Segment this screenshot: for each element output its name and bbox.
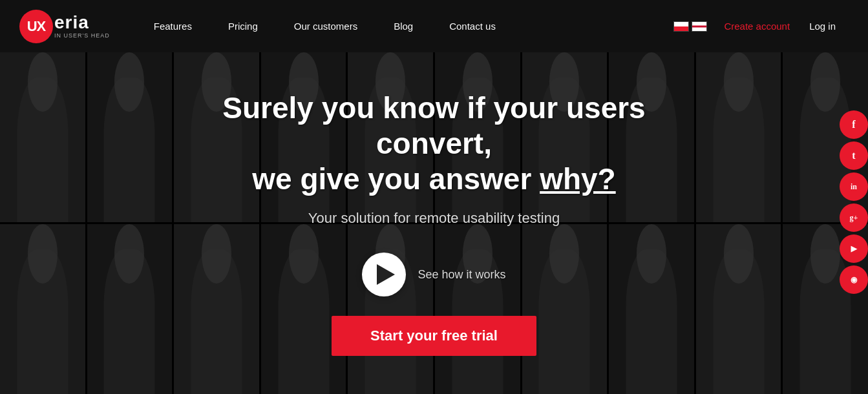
social-instagram[interactable]: ◉ xyxy=(840,265,868,294)
social-facebook[interactable]: f xyxy=(840,110,868,139)
hero-video-row: See how it works xyxy=(362,253,505,296)
social-linkedin[interactable]: in xyxy=(840,172,868,201)
hero-headline-emphasis: why? xyxy=(540,162,616,196)
play-button[interactable] xyxy=(362,253,406,296)
googleplus-icon: g+ xyxy=(850,213,858,223)
hero-headline-line2: we give you answer why? xyxy=(252,162,615,196)
nav-contact-us[interactable]: Contact us xyxy=(431,0,514,52)
cta-button[interactable]: Start your free trial xyxy=(332,316,536,356)
hero-content: Surely you know if your users convert, w… xyxy=(0,52,868,394)
nav-our-customers[interactable]: Our customers xyxy=(276,0,376,52)
nav-right: Create account Log in xyxy=(673,21,849,32)
hero-section: Surely you know if your users convert, w… xyxy=(0,52,868,394)
logo-ux: UX xyxy=(27,18,46,35)
hero-subtitle: Your solution for remote usability testi… xyxy=(308,210,560,227)
nav-links: Features Pricing Our customers Blog Cont… xyxy=(136,0,674,52)
facebook-icon: f xyxy=(852,119,855,130)
play-icon xyxy=(377,264,395,285)
flag-uk[interactable] xyxy=(692,21,707,32)
twitter-icon: t xyxy=(852,150,855,161)
logo-sub: IN USER'S HEAD xyxy=(54,32,110,39)
flag-pl[interactable] xyxy=(673,21,689,32)
nav-blog[interactable]: Blog xyxy=(376,0,431,52)
hero-headline-line1: Surely you know if your users convert, xyxy=(222,91,645,160)
instagram-icon: ◉ xyxy=(851,275,857,285)
social-sidebar: f t in g+ ▶ ◉ xyxy=(840,110,868,294)
linkedin-icon: in xyxy=(851,182,857,192)
flag-container xyxy=(673,21,707,32)
social-twitter[interactable]: t xyxy=(840,141,868,170)
youtube-icon: ▶ xyxy=(851,244,856,254)
logo-eria: eria xyxy=(54,14,110,32)
hero-headline-part2: we give you answer xyxy=(252,162,540,196)
logo-text: eria IN USER'S HEAD xyxy=(54,14,110,39)
create-account-button[interactable]: Create account xyxy=(724,21,790,32)
hero-headline: Surely you know if your users convert, w… xyxy=(176,90,693,198)
navbar: UX eria IN USER'S HEAD Features Pricing … xyxy=(0,0,868,52)
login-button[interactable]: Log in xyxy=(796,21,849,32)
nav-features[interactable]: Features xyxy=(136,0,210,52)
see-how-text: See how it works xyxy=(418,268,505,282)
logo-circle: UX xyxy=(19,10,53,43)
social-youtube[interactable]: ▶ xyxy=(840,234,868,263)
logo[interactable]: UX eria IN USER'S HEAD xyxy=(19,10,110,43)
nav-pricing[interactable]: Pricing xyxy=(210,0,276,52)
social-googleplus[interactable]: g+ xyxy=(840,203,868,232)
